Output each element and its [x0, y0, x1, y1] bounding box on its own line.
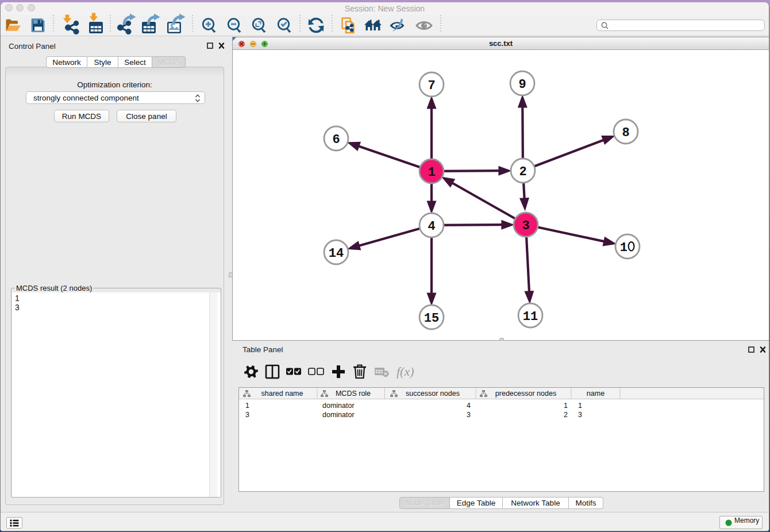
svg-text:9: 9: [518, 78, 526, 92]
svg-text:1: 1: [620, 241, 627, 255]
svg-text:2: 2: [519, 165, 526, 179]
svg-text:4: 4: [428, 219, 435, 234]
svg-text:14: 14: [329, 246, 344, 261]
svg-text:f(x): f(x): [396, 364, 414, 379]
svg-text:7: 7: [428, 79, 435, 93]
svg-text:1: 1: [428, 165, 435, 180]
svg-text:3: 3: [522, 219, 529, 233]
svg-text:15: 15: [424, 311, 439, 326]
svg-text:6: 6: [332, 133, 340, 147]
svg-text:11: 11: [523, 310, 538, 324]
svg-text:8: 8: [622, 126, 629, 140]
